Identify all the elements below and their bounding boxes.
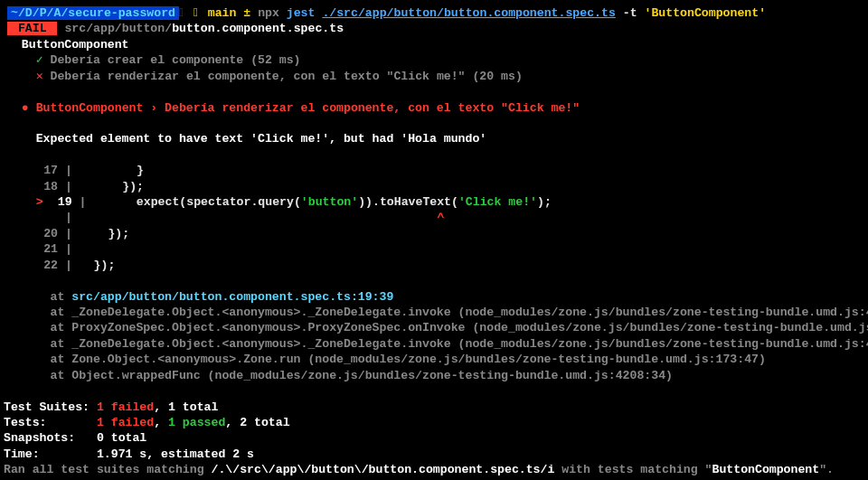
- code-line: 20 | });: [0, 226, 868, 241]
- test-time: (52 ms): [250, 53, 300, 67]
- stack-line: at Zone.Object.<anonymous>.Zone.run (nod…: [0, 352, 868, 367]
- stack-line: at _ZoneDelegate.Object.<anonymous>._Zon…: [0, 336, 868, 352]
- terminal-output: ~/D/P/A/secure-password ⎇ main ± npx je…: [0, 5, 868, 478]
- cmd-npx: npx: [258, 6, 279, 20]
- cmd-testname: 'ButtonComponent': [645, 6, 767, 20]
- suite-name: ButtonComponent: [0, 37, 868, 52]
- stack-line: at _ZoneDelegate.Object.<anonymous>._Zon…: [0, 305, 868, 320]
- test-result-pass: ✓ Debería crear el componente (52 ms): [0, 52, 868, 68]
- code-line: 21 |: [0, 241, 868, 257]
- code-line: 18 | });: [0, 179, 868, 194]
- error-title: ButtonComponent › Debería renderizar el …: [36, 101, 580, 115]
- fail-file: button.component.spec.ts: [172, 22, 344, 35]
- prompt-path: ~/D/P/A/secure-password: [7, 6, 179, 20]
- check-icon: ✓: [36, 53, 43, 67]
- cmd-jest: jest: [287, 6, 316, 20]
- branch-icon: ⎇: [193, 6, 201, 20]
- code-line: 17 | }: [0, 163, 868, 178]
- code-line-active: >19 | expect(spectator.query('button')).…: [0, 194, 868, 210]
- bullet-icon: ●: [22, 101, 29, 115]
- stack-line: at Object.wrappedFunc (node_modules/zone…: [0, 368, 868, 383]
- caret-icon: ^: [437, 211, 444, 224]
- code-line: 22 | });: [0, 258, 868, 273]
- test-time: (20 ms): [472, 70, 522, 83]
- caret-line: | ^: [0, 210, 868, 225]
- git-branch: ⎇ main ±: [193, 6, 250, 20]
- test-result-fail: ✕ Debería renderizar el componente, con …: [0, 69, 868, 84]
- error-message: Expected element to have text 'Click me!…: [0, 131, 868, 146]
- fail-dir: src/app/button/: [64, 22, 172, 35]
- arrow-icon: >: [36, 195, 43, 209]
- fail-badge: FAIL: [7, 22, 57, 35]
- stack-line: at src/app/button/button.component.spec.…: [0, 289, 868, 305]
- test-name: Debería renderizar el componente, con el…: [51, 70, 466, 83]
- prompt-arrow-icon: : [179, 6, 186, 20]
- cmd-file: ./src/app/button/button.component.spec.t…: [322, 6, 615, 20]
- prompt-line: ~/D/P/A/secure-password ⎇ main ± npx je…: [0, 5, 868, 21]
- fail-line: FAIL src/app/button/button.component.spe…: [0, 21, 868, 36]
- cross-icon: ✕: [36, 70, 43, 83]
- summary-suites: Test Suites: 1 failed, 1 total: [0, 400, 868, 415]
- stack-line: at ProxyZoneSpec.Object.<anonymous>.Prox…: [0, 320, 868, 335]
- test-name: Debería crear el componente: [51, 53, 244, 67]
- cmd-flag: -t: [623, 6, 637, 20]
- summary-ran: Ran all test suites matching /.\/src\/ap…: [0, 462, 868, 477]
- error-header: ● ButtonComponent › Debería renderizar e…: [0, 100, 868, 116]
- summary-tests: Tests: 1 failed, 1 passed, 2 total: [0, 415, 868, 430]
- stack-source-link: src/app/button/button.component.spec.ts: [71, 290, 351, 304]
- summary-time: Time: 1.971 s, estimated 2 s: [0, 447, 868, 462]
- summary-snapshots: Snapshots: 0 total: [0, 430, 868, 446]
